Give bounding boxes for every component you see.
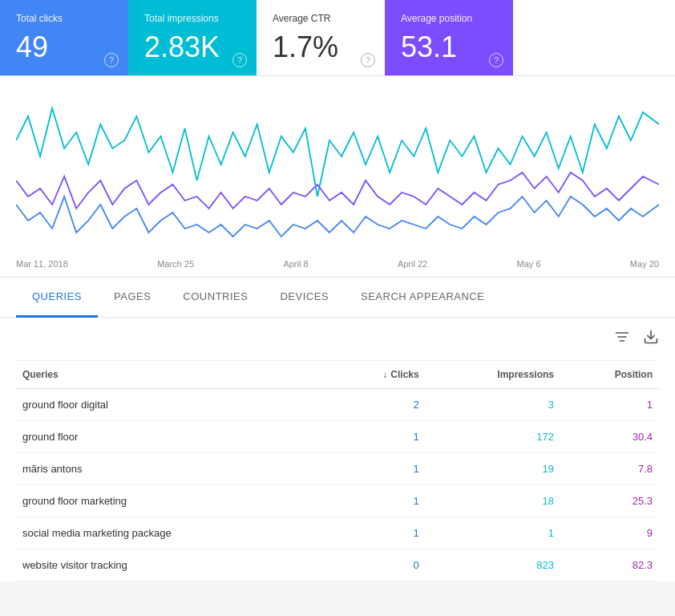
queries-table: Queries ↓Clicks Impressions Position gro… bbox=[16, 361, 659, 582]
cell-clicks: 1 bbox=[330, 517, 426, 549]
chart-date-2: April 8 bbox=[283, 259, 308, 269]
cell-query: social media marketing package bbox=[16, 517, 330, 549]
chart-date-1: March 25 bbox=[157, 259, 194, 269]
chart-date-4: May 6 bbox=[517, 259, 541, 269]
chart-date-3: April 22 bbox=[398, 259, 427, 269]
chart-date-5: May 20 bbox=[630, 259, 659, 269]
tab-devices[interactable]: DEVICES bbox=[264, 278, 345, 318]
metric-average-ctr-value: 1.7% bbox=[273, 30, 369, 64]
table-toolbar bbox=[16, 318, 659, 361]
cell-query: ground floor digital bbox=[16, 389, 330, 421]
metric-average-ctr-label: Average CTR bbox=[273, 13, 369, 24]
chart-date-0: Mar 11, 2018 bbox=[16, 259, 68, 269]
cell-position: 7.8 bbox=[560, 453, 659, 485]
tab-search-appearance[interactable]: SEARCH APPEARANCE bbox=[345, 278, 500, 318]
metric-total-clicks-help[interactable]: ? bbox=[104, 53, 119, 67]
metric-total-impressions-help[interactable]: ? bbox=[232, 53, 247, 67]
col-header-query: Queries bbox=[16, 361, 330, 389]
table-row: social media marketing package 1 1 9 bbox=[16, 517, 659, 549]
table-row: ground floor 1 172 30.4 bbox=[16, 421, 659, 453]
col-header-position: Position bbox=[560, 361, 659, 389]
cell-impressions: 823 bbox=[426, 549, 560, 582]
table-header-row: Queries ↓Clicks Impressions Position bbox=[16, 361, 659, 389]
cell-clicks: 1 bbox=[330, 453, 426, 485]
filter-icon[interactable] bbox=[614, 329, 630, 349]
col-header-clicks[interactable]: ↓Clicks bbox=[330, 361, 426, 389]
metrics-bar: Total clicks 49 ? Total impressions 2.83… bbox=[0, 0, 675, 76]
metric-total-clicks-value: 49 bbox=[16, 30, 112, 64]
sort-icon: ↓ bbox=[382, 369, 387, 380]
cell-clicks: 1 bbox=[330, 421, 426, 453]
tab-pages[interactable]: PAGES bbox=[98, 278, 167, 318]
cell-query: māris antons bbox=[16, 453, 330, 485]
table-row: website visitor tracking 0 823 82.3 bbox=[16, 549, 659, 582]
metric-total-impressions-label: Total impressions bbox=[144, 13, 240, 24]
cell-impressions: 172 bbox=[426, 421, 560, 453]
cell-impressions: 3 bbox=[426, 389, 560, 421]
metric-average-position-help[interactable]: ? bbox=[489, 53, 503, 67]
metric-total-impressions-value: 2.83K bbox=[144, 30, 240, 64]
metric-total-clicks-label: Total clicks bbox=[16, 13, 112, 24]
metric-total-impressions: Total impressions 2.83K ? bbox=[128, 0, 257, 75]
table-row: māris antons 1 19 7.8 bbox=[16, 453, 659, 485]
cell-position: 9 bbox=[560, 517, 659, 549]
tab-countries[interactable]: COUNTRIES bbox=[167, 278, 264, 318]
tab-queries[interactable]: QUERIES bbox=[16, 278, 98, 318]
tabs-bar: QUERIES PAGES COUNTRIES DEVICES SEARCH A… bbox=[0, 278, 675, 318]
metric-average-position-value: 53.1 bbox=[401, 30, 497, 64]
metric-average-position-label: Average position bbox=[401, 13, 497, 24]
cell-query: ground floor bbox=[16, 421, 330, 453]
cell-position: 25.3 bbox=[560, 485, 659, 517]
metric-total-clicks: Total clicks 49 ? bbox=[0, 0, 128, 75]
metric-average-ctr: Average CTR 1.7% ? bbox=[257, 0, 385, 75]
cell-clicks: 2 bbox=[330, 389, 426, 421]
cell-query: ground floor marketing bbox=[16, 485, 330, 517]
metric-average-position: Average position 53.1 ? bbox=[385, 0, 513, 75]
metric-average-ctr-help[interactable]: ? bbox=[361, 53, 375, 67]
table-row: ground floor marketing 1 18 25.3 bbox=[16, 485, 659, 517]
chart-svg bbox=[16, 92, 659, 253]
table-row: ground floor digital 2 3 1 bbox=[16, 389, 659, 421]
cell-query: website visitor tracking bbox=[16, 549, 330, 582]
download-icon[interactable] bbox=[643, 329, 659, 349]
chart-dates: Mar 11, 2018 March 25 April 8 April 22 M… bbox=[16, 253, 659, 269]
table-section: Queries ↓Clicks Impressions Position gro… bbox=[0, 318, 675, 582]
cell-position: 1 bbox=[560, 389, 659, 421]
cell-clicks: 1 bbox=[330, 485, 426, 517]
cell-position: 82.3 bbox=[560, 549, 659, 582]
cell-impressions: 18 bbox=[426, 485, 560, 517]
chart-area bbox=[16, 92, 659, 253]
col-header-impressions: Impressions bbox=[426, 361, 560, 389]
chart-container: Mar 11, 2018 March 25 April 8 April 22 M… bbox=[0, 76, 675, 278]
cell-clicks: 0 bbox=[330, 549, 426, 582]
cell-impressions: 1 bbox=[426, 517, 560, 549]
cell-impressions: 19 bbox=[426, 453, 560, 485]
cell-position: 30.4 bbox=[560, 421, 659, 453]
